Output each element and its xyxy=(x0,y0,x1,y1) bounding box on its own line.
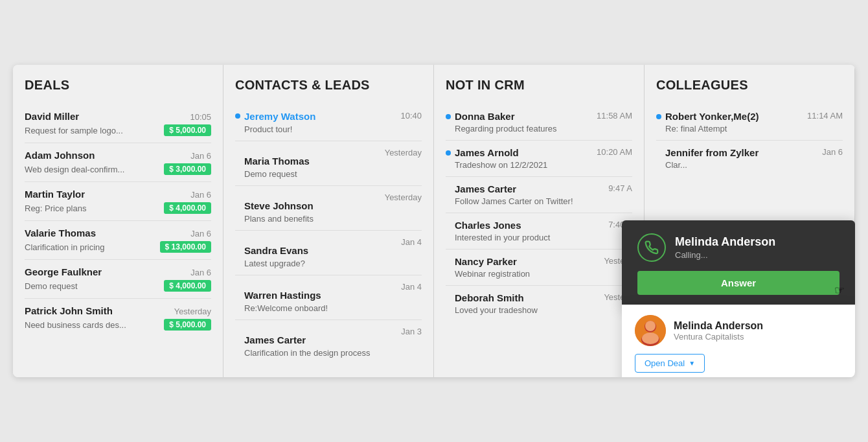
contact-item[interactable]: Steve Johnson Yesterday Plans and benefi… xyxy=(235,186,422,231)
contact-desc: Product tour! xyxy=(235,124,422,134)
deal-item[interactable]: David Miller 10:05 Request for sample lo… xyxy=(25,104,211,143)
contact-time: Yesterday xyxy=(385,148,422,157)
calling-popup: Melinda Anderson Calling... Answer ☞ xyxy=(622,220,855,307)
contact-item[interactable]: Warren Hastings Jan 4 Re:Welcome onboard… xyxy=(235,275,422,320)
deal-name: Adam Johnson xyxy=(25,150,95,161)
contact-desc: Latest upgrade? xyxy=(235,259,422,268)
crm-desc: Webinar registration xyxy=(446,269,632,279)
contact-desc: Demo request xyxy=(235,169,422,179)
contact-desc: Re:Welcome onboard! xyxy=(235,303,422,313)
open-deal-label: Open Deal xyxy=(645,358,685,368)
crm-name: Deborah Smith xyxy=(455,292,524,303)
crm-time: 11:58 AM xyxy=(597,111,632,121)
colleague-time: Jan 6 xyxy=(822,147,843,157)
answer-button[interactable]: Answer xyxy=(637,271,839,295)
deal-name: Martin Taylor xyxy=(25,189,85,200)
colleague-item[interactable]: Jennifer from Zylker Jan 6 Clar... xyxy=(656,141,843,176)
main-container: DEALS David Miller 10:05 Request for sam… xyxy=(13,65,855,377)
deal-item[interactable]: Valarie Thomas Jan 6 Clarification in pr… xyxy=(25,221,211,260)
contact-name: Maria Thomas xyxy=(244,156,310,167)
contact-card-name: Melinda Anderson xyxy=(674,320,763,332)
contact-time: Jan 3 xyxy=(401,327,422,336)
deal-amount: $ 5,000.00 xyxy=(164,319,211,331)
deal-amount: $ 5,000.00 xyxy=(164,124,211,136)
crm-name: James Arnold xyxy=(455,147,519,158)
contact-avatar xyxy=(635,315,666,346)
cursor-icon: ☞ xyxy=(834,283,845,297)
deal-name: Patrick John Smith xyxy=(25,305,113,316)
contact-time: Jan 4 xyxy=(401,237,422,247)
deal-desc: Web design deal-confirm... xyxy=(25,165,159,174)
contacts-column: CONTACTS & LEADS Jeremy Watson 10:40 Pro… xyxy=(223,65,434,377)
answer-btn-wrapper: Answer ☞ xyxy=(637,262,839,295)
crm-desc: Loved your tradeshow xyxy=(446,305,632,315)
deal-desc: Need business cards des... xyxy=(25,320,159,330)
crm-name: Charles Jones xyxy=(455,220,521,231)
crm-dot xyxy=(446,114,451,119)
deal-item[interactable]: Martin Taylor Jan 6 Reg: Price plans $ 4… xyxy=(25,182,211,221)
calling-name: Melinda Anderson xyxy=(675,235,839,249)
crm-column: NOT IN CRM Donna Baker 11:58 AM Regardin… xyxy=(434,65,645,377)
open-deal-button[interactable]: Open Deal ▼ xyxy=(635,354,705,373)
calling-header: Melinda Anderson Calling... xyxy=(637,233,839,262)
crm-desc: Tradeshow on 12/2/2021 xyxy=(446,160,632,170)
crm-title: NOT IN CRM xyxy=(446,78,632,93)
deal-item[interactable]: Adam Johnson Jan 6 Web design deal-confi… xyxy=(25,143,211,182)
calling-status: Calling... xyxy=(675,250,839,260)
deal-time: Jan 6 xyxy=(190,190,211,200)
deal-time: Jan 6 xyxy=(190,151,211,161)
deal-amount: $ 4,000.00 xyxy=(164,202,211,214)
crm-item[interactable]: Donna Baker 11:58 AM Regarding product f… xyxy=(446,104,632,141)
contact-item[interactable]: James Carter Jan 3 Clarification in the … xyxy=(235,320,422,364)
deal-desc: Demo request xyxy=(25,281,159,291)
contact-card-company: Ventura Capitalists xyxy=(674,332,763,342)
crm-item[interactable]: James Carter 9:47 A Follow James Carter … xyxy=(446,177,632,213)
contact-desc: Plans and benefits xyxy=(235,214,422,224)
deal-time: Jan 6 xyxy=(190,229,211,238)
crm-item[interactable]: James Arnold 10:20 AM Tradeshow on 12/2/… xyxy=(446,141,632,177)
contact-dot xyxy=(235,113,240,119)
deals-title: DEALS xyxy=(25,78,211,93)
contact-item[interactable]: Jeremy Watson 10:40 Product tour! xyxy=(235,104,422,141)
deal-amount: $ 4,000.00 xyxy=(164,280,211,292)
crm-item[interactable]: Deborah Smith Yesterd Loved your tradesh… xyxy=(446,286,632,321)
svg-point-4 xyxy=(642,332,659,344)
colleague-dot xyxy=(656,114,661,119)
deal-item[interactable]: George Faulkner Jan 6 Demo request $ 4,0… xyxy=(25,260,211,299)
contacts-title: CONTACTS & LEADS xyxy=(235,78,422,93)
crm-desc: Interested in your product xyxy=(446,233,632,242)
contact-time: Yesterday xyxy=(385,192,422,202)
crm-time: 10:20 AM xyxy=(597,147,632,157)
contact-profile-info: Melinda Anderson Ventura Capitalists xyxy=(674,320,763,342)
colleague-desc: Re: final Attempt xyxy=(656,124,843,134)
colleague-name: Robert Yonker,Me(2) xyxy=(665,111,759,122)
contacts-list: Jeremy Watson 10:40 Product tour! Maria … xyxy=(235,104,422,364)
contact-name: Jeremy Watson xyxy=(244,111,315,122)
contact-item[interactable]: Sandra Evans Jan 4 Latest upgrade? xyxy=(235,231,422,275)
svg-point-3 xyxy=(645,321,656,331)
contact-name: Steve Johnson xyxy=(244,200,314,211)
contact-name: James Carter xyxy=(244,334,306,345)
contact-profile: Melinda Anderson Ventura Capitalists xyxy=(635,315,842,346)
crm-item[interactable]: Charles Jones 7:40 A Interested in your … xyxy=(446,213,632,250)
contact-time: Jan 4 xyxy=(401,282,422,292)
deal-name: Valarie Thomas xyxy=(25,227,96,238)
crm-desc: Regarding product features xyxy=(446,124,632,134)
deal-item[interactable]: Patrick John Smith Yesterday Need busine… xyxy=(25,299,211,337)
deals-column: DEALS David Miller 10:05 Request for sam… xyxy=(13,65,223,377)
deal-desc: Clarification in pricing xyxy=(25,242,155,252)
colleague-desc: Clar... xyxy=(656,160,843,170)
deal-desc: Reg: Price plans xyxy=(25,204,159,213)
crm-name: James Carter xyxy=(455,183,516,194)
deal-amount: $ 13,000.00 xyxy=(160,241,211,253)
crm-name: Nancy Parker xyxy=(455,256,517,267)
colleague-item[interactable]: Robert Yonker,Me(2) 11:14 AM Re: final A… xyxy=(656,104,843,141)
deal-name: David Miller xyxy=(25,111,79,122)
crm-item[interactable]: Nancy Parker Yesterd Webinar registratio… xyxy=(446,250,632,286)
contact-name: Warren Hastings xyxy=(244,290,321,301)
contact-item[interactable]: Maria Thomas Yesterday Demo request xyxy=(235,141,422,186)
crm-name: Donna Baker xyxy=(455,111,515,122)
calling-info: Melinda Anderson Calling... xyxy=(675,235,839,260)
colleagues-title: COLLEAGUES xyxy=(656,78,843,93)
deals-list: David Miller 10:05 Request for sample lo… xyxy=(25,104,211,337)
